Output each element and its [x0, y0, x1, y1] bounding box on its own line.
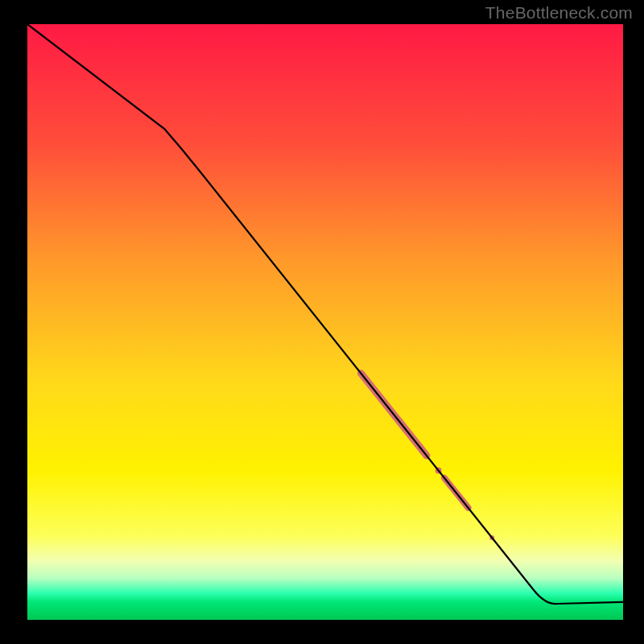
chart-svg [27, 24, 623, 620]
chart-area [27, 24, 623, 620]
watermark-text: TheBottleneck.com [485, 3, 633, 23]
gradient-background [27, 24, 623, 620]
